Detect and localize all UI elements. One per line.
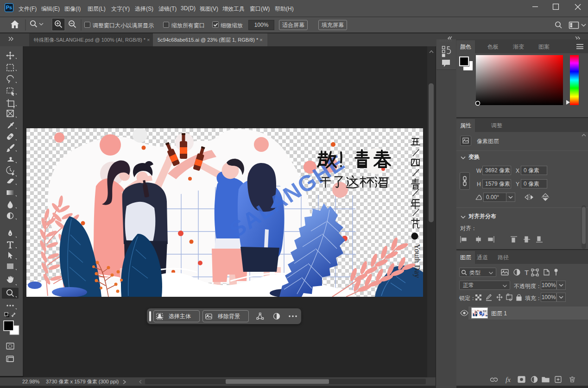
svg-text:fx: fx (506, 376, 511, 383)
svg-text:T: T (525, 269, 529, 276)
